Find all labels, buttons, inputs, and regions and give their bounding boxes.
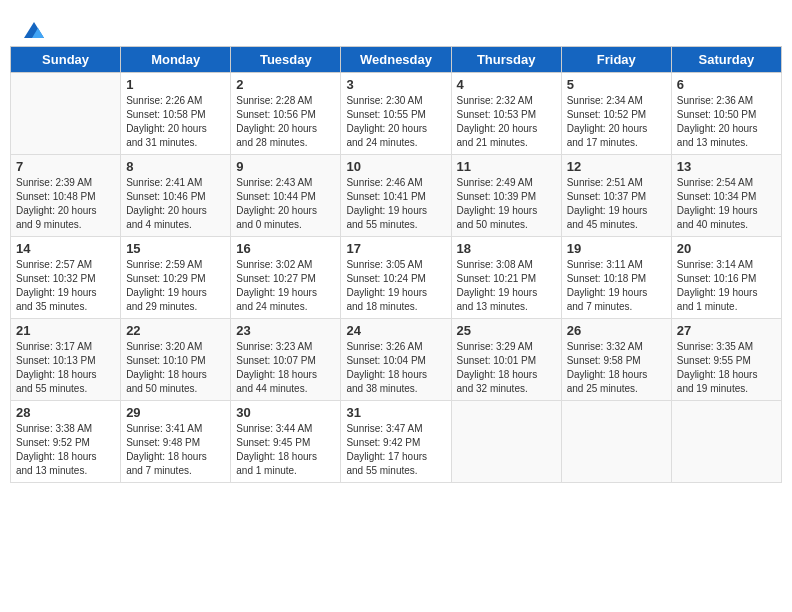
calendar-cell: 11Sunrise: 2:49 AMSunset: 10:39 PMDaylig… (451, 155, 561, 237)
calendar-cell: 4Sunrise: 2:32 AMSunset: 10:53 PMDayligh… (451, 73, 561, 155)
week-row-4: 21Sunrise: 3:17 AMSunset: 10:13 PMDaylig… (11, 319, 782, 401)
day-number: 13 (677, 159, 776, 174)
day-info: Sunrise: 2:28 AMSunset: 10:56 PMDaylight… (236, 94, 335, 150)
day-number: 5 (567, 77, 666, 92)
day-info: Sunrise: 2:30 AMSunset: 10:55 PMDaylight… (346, 94, 445, 150)
week-row-3: 14Sunrise: 2:57 AMSunset: 10:32 PMDaylig… (11, 237, 782, 319)
day-info: Sunrise: 3:38 AMSunset: 9:52 PMDaylight:… (16, 422, 115, 478)
calendar-cell: 2Sunrise: 2:28 AMSunset: 10:56 PMDayligh… (231, 73, 341, 155)
day-info: Sunrise: 2:32 AMSunset: 10:53 PMDaylight… (457, 94, 556, 150)
day-number: 24 (346, 323, 445, 338)
day-info: Sunrise: 3:20 AMSunset: 10:10 PMDaylight… (126, 340, 225, 396)
calendar: SundayMondayTuesdayWednesdayThursdayFrid… (10, 46, 782, 483)
calendar-cell: 14Sunrise: 2:57 AMSunset: 10:32 PMDaylig… (11, 237, 121, 319)
calendar-cell: 21Sunrise: 3:17 AMSunset: 10:13 PMDaylig… (11, 319, 121, 401)
day-number: 2 (236, 77, 335, 92)
calendar-cell: 27Sunrise: 3:35 AMSunset: 9:55 PMDayligh… (671, 319, 781, 401)
col-header-monday: Monday (121, 47, 231, 73)
day-info: Sunrise: 2:43 AMSunset: 10:44 PMDaylight… (236, 176, 335, 232)
day-number: 31 (346, 405, 445, 420)
calendar-cell: 16Sunrise: 3:02 AMSunset: 10:27 PMDaylig… (231, 237, 341, 319)
calendar-cell: 24Sunrise: 3:26 AMSunset: 10:04 PMDaylig… (341, 319, 451, 401)
calendar-cell: 15Sunrise: 2:59 AMSunset: 10:29 PMDaylig… (121, 237, 231, 319)
day-info: Sunrise: 2:49 AMSunset: 10:39 PMDaylight… (457, 176, 556, 232)
calendar-cell: 12Sunrise: 2:51 AMSunset: 10:37 PMDaylig… (561, 155, 671, 237)
calendar-cell: 28Sunrise: 3:38 AMSunset: 9:52 PMDayligh… (11, 401, 121, 483)
day-info: Sunrise: 3:02 AMSunset: 10:27 PMDaylight… (236, 258, 335, 314)
day-number: 12 (567, 159, 666, 174)
calendar-cell: 3Sunrise: 2:30 AMSunset: 10:55 PMDayligh… (341, 73, 451, 155)
calendar-cell: 9Sunrise: 2:43 AMSunset: 10:44 PMDayligh… (231, 155, 341, 237)
day-info: Sunrise: 3:47 AMSunset: 9:42 PMDaylight:… (346, 422, 445, 478)
day-info: Sunrise: 2:51 AMSunset: 10:37 PMDaylight… (567, 176, 666, 232)
logo-icon (22, 18, 46, 42)
day-number: 17 (346, 241, 445, 256)
calendar-cell: 13Sunrise: 2:54 AMSunset: 10:34 PMDaylig… (671, 155, 781, 237)
day-number: 11 (457, 159, 556, 174)
day-info: Sunrise: 2:59 AMSunset: 10:29 PMDaylight… (126, 258, 225, 314)
day-number: 26 (567, 323, 666, 338)
day-number: 15 (126, 241, 225, 256)
day-info: Sunrise: 2:26 AMSunset: 10:58 PMDaylight… (126, 94, 225, 150)
day-number: 27 (677, 323, 776, 338)
day-number: 20 (677, 241, 776, 256)
day-number: 8 (126, 159, 225, 174)
day-info: Sunrise: 3:29 AMSunset: 10:01 PMDaylight… (457, 340, 556, 396)
header-row: SundayMondayTuesdayWednesdayThursdayFrid… (11, 47, 782, 73)
calendar-cell (11, 73, 121, 155)
day-number: 21 (16, 323, 115, 338)
day-number: 7 (16, 159, 115, 174)
day-info: Sunrise: 2:57 AMSunset: 10:32 PMDaylight… (16, 258, 115, 314)
calendar-cell: 10Sunrise: 2:46 AMSunset: 10:41 PMDaylig… (341, 155, 451, 237)
calendar-cell: 19Sunrise: 3:11 AMSunset: 10:18 PMDaylig… (561, 237, 671, 319)
calendar-cell: 1Sunrise: 2:26 AMSunset: 10:58 PMDayligh… (121, 73, 231, 155)
calendar-cell: 30Sunrise: 3:44 AMSunset: 9:45 PMDayligh… (231, 401, 341, 483)
day-info: Sunrise: 2:41 AMSunset: 10:46 PMDaylight… (126, 176, 225, 232)
calendar-cell: 6Sunrise: 2:36 AMSunset: 10:50 PMDayligh… (671, 73, 781, 155)
day-number: 9 (236, 159, 335, 174)
calendar-cell: 25Sunrise: 3:29 AMSunset: 10:01 PMDaylig… (451, 319, 561, 401)
col-header-tuesday: Tuesday (231, 47, 341, 73)
day-number: 3 (346, 77, 445, 92)
day-number: 1 (126, 77, 225, 92)
calendar-cell: 31Sunrise: 3:47 AMSunset: 9:42 PMDayligh… (341, 401, 451, 483)
day-number: 28 (16, 405, 115, 420)
day-number: 6 (677, 77, 776, 92)
day-number: 18 (457, 241, 556, 256)
day-info: Sunrise: 2:39 AMSunset: 10:48 PMDaylight… (16, 176, 115, 232)
day-number: 19 (567, 241, 666, 256)
week-row-2: 7Sunrise: 2:39 AMSunset: 10:48 PMDayligh… (11, 155, 782, 237)
day-info: Sunrise: 3:17 AMSunset: 10:13 PMDaylight… (16, 340, 115, 396)
day-info: Sunrise: 3:26 AMSunset: 10:04 PMDaylight… (346, 340, 445, 396)
calendar-cell: 17Sunrise: 3:05 AMSunset: 10:24 PMDaylig… (341, 237, 451, 319)
calendar-cell: 7Sunrise: 2:39 AMSunset: 10:48 PMDayligh… (11, 155, 121, 237)
day-info: Sunrise: 3:05 AMSunset: 10:24 PMDaylight… (346, 258, 445, 314)
day-info: Sunrise: 3:41 AMSunset: 9:48 PMDaylight:… (126, 422, 225, 478)
calendar-cell: 5Sunrise: 2:34 AMSunset: 10:52 PMDayligh… (561, 73, 671, 155)
day-number: 25 (457, 323, 556, 338)
col-header-friday: Friday (561, 47, 671, 73)
calendar-cell: 23Sunrise: 3:23 AMSunset: 10:07 PMDaylig… (231, 319, 341, 401)
day-info: Sunrise: 3:11 AMSunset: 10:18 PMDaylight… (567, 258, 666, 314)
logo (20, 18, 46, 38)
day-info: Sunrise: 2:36 AMSunset: 10:50 PMDaylight… (677, 94, 776, 150)
calendar-cell: 22Sunrise: 3:20 AMSunset: 10:10 PMDaylig… (121, 319, 231, 401)
day-number: 30 (236, 405, 335, 420)
day-number: 16 (236, 241, 335, 256)
header (10, 10, 782, 42)
calendar-cell (561, 401, 671, 483)
day-info: Sunrise: 3:14 AMSunset: 10:16 PMDaylight… (677, 258, 776, 314)
day-info: Sunrise: 2:34 AMSunset: 10:52 PMDaylight… (567, 94, 666, 150)
day-info: Sunrise: 3:32 AMSunset: 9:58 PMDaylight:… (567, 340, 666, 396)
calendar-cell: 20Sunrise: 3:14 AMSunset: 10:16 PMDaylig… (671, 237, 781, 319)
calendar-cell: 26Sunrise: 3:32 AMSunset: 9:58 PMDayligh… (561, 319, 671, 401)
calendar-cell: 18Sunrise: 3:08 AMSunset: 10:21 PMDaylig… (451, 237, 561, 319)
calendar-cell (451, 401, 561, 483)
day-info: Sunrise: 3:23 AMSunset: 10:07 PMDaylight… (236, 340, 335, 396)
calendar-cell (671, 401, 781, 483)
day-number: 4 (457, 77, 556, 92)
week-row-5: 28Sunrise: 3:38 AMSunset: 9:52 PMDayligh… (11, 401, 782, 483)
day-info: Sunrise: 3:35 AMSunset: 9:55 PMDaylight:… (677, 340, 776, 396)
day-info: Sunrise: 2:46 AMSunset: 10:41 PMDaylight… (346, 176, 445, 232)
col-header-saturday: Saturday (671, 47, 781, 73)
